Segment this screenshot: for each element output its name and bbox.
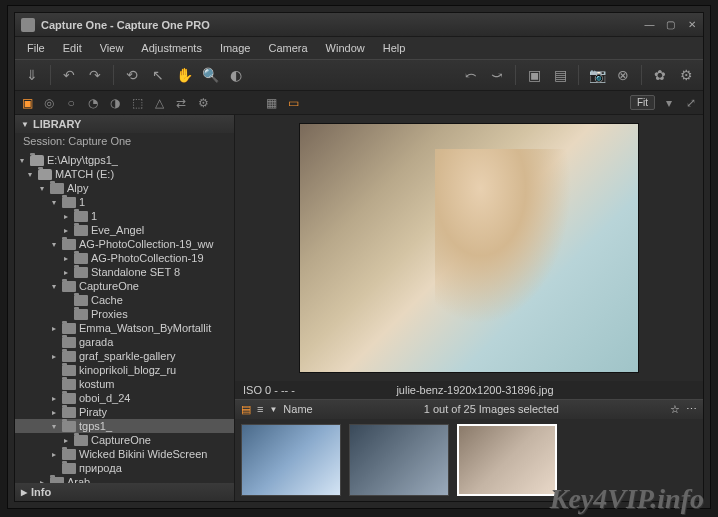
variant-icon[interactable]: ▤ bbox=[549, 64, 571, 86]
tree-node[interactable]: ▸graf_sparkle-gallery bbox=[15, 349, 234, 363]
rotate-ccw-icon[interactable]: ⤺ bbox=[460, 64, 482, 86]
menubar: File Edit View Adjustments Image Camera … bbox=[15, 37, 703, 59]
gear-icon[interactable]: ⚙ bbox=[675, 64, 697, 86]
filename-readout: julie-benz-1920x1200-31896.jpg bbox=[315, 384, 635, 396]
view-grid-icon[interactable]: ▦ bbox=[263, 95, 279, 111]
chevron-down-icon[interactable]: ▾ bbox=[661, 95, 677, 111]
more-icon[interactable]: ⋯ bbox=[686, 403, 697, 416]
tree-node[interactable]: Cache bbox=[15, 293, 234, 307]
sort-arrow-icon[interactable]: ▼ bbox=[269, 405, 277, 414]
folder-tree[interactable]: ▾E:\Alpy\tgps1_▾MATCH (E:)▾Alpy▾1▸1▸Eve_… bbox=[15, 149, 234, 483]
tree-node[interactable]: ▾1 bbox=[15, 195, 234, 209]
thumbnail[interactable] bbox=[349, 424, 449, 496]
titlebar[interactable]: Capture One - Capture One PRO — ▢ ✕ bbox=[15, 13, 703, 37]
undo-icon[interactable]: ↶ bbox=[58, 64, 80, 86]
menu-camera[interactable]: Camera bbox=[260, 39, 315, 57]
main-toolbar: ⇓ ↶ ↷ ⟲ ↖ ✋ 🔍 ◐ ⤺ ⤻ ▣ ▤ 📷 ⊗ ✿ ⚙ bbox=[15, 59, 703, 91]
library-panel-header[interactable]: ▼ LIBRARY bbox=[15, 115, 234, 133]
tab-crop-icon[interactable]: ⬚ bbox=[129, 95, 145, 111]
tab-lens-icon[interactable]: ◑ bbox=[107, 95, 123, 111]
delete-icon[interactable]: ⊗ bbox=[612, 64, 634, 86]
selection-status: 1 out of 25 Images selected bbox=[319, 403, 664, 415]
preview-image bbox=[299, 123, 639, 373]
tree-node[interactable]: ▸Piraty bbox=[15, 405, 234, 419]
thumbnail[interactable] bbox=[241, 424, 341, 496]
main-panel: ISO 0 - -- - julie-benz-1920x1200-31896.… bbox=[235, 115, 703, 501]
expand-icon[interactable]: ⤢ bbox=[683, 95, 699, 111]
process-icon[interactable]: ▣ bbox=[523, 64, 545, 86]
thumbnail-selected[interactable] bbox=[457, 424, 557, 496]
menu-adjustments[interactable]: Adjustments bbox=[133, 39, 210, 57]
tree-node[interactable]: ▸1 bbox=[15, 209, 234, 223]
menu-view[interactable]: View bbox=[92, 39, 132, 57]
tab-capture-icon[interactable]: ◎ bbox=[41, 95, 57, 111]
tab-adjust-icon[interactable]: ⇄ bbox=[173, 95, 189, 111]
tree-node[interactable]: ▾MATCH (E:) bbox=[15, 167, 234, 181]
sidebar: ▼ LIBRARY Session: Capture One ▾E:\Alpy\… bbox=[15, 115, 235, 501]
sort-label[interactable]: Name bbox=[283, 403, 312, 415]
iso-readout: ISO 0 - -- - bbox=[243, 384, 295, 396]
info-title: Info bbox=[31, 486, 51, 498]
filter-icon[interactable]: ▤ bbox=[241, 403, 251, 416]
info-panel-header[interactable]: ▶ Info bbox=[15, 483, 234, 501]
tree-node[interactable]: ▸Emma_Watson_ByMortallit bbox=[15, 321, 234, 335]
pan-icon[interactable]: ✋ bbox=[173, 64, 195, 86]
tool-tabs: ▣ ◎ ○ ◔ ◑ ⬚ △ ⇄ ⚙ ▦ ▭ Fit ▾ ⤢ bbox=[15, 91, 703, 115]
tree-node[interactable]: ▸Eve_Angel bbox=[15, 223, 234, 237]
app-window: Capture One - Capture One PRO — ▢ ✕ File… bbox=[14, 12, 704, 502]
tree-node[interactable]: Proxies bbox=[15, 307, 234, 321]
tab-output-icon[interactable]: ⚙ bbox=[195, 95, 211, 111]
fit-button[interactable]: Fit bbox=[630, 95, 655, 110]
menu-window[interactable]: Window bbox=[318, 39, 373, 57]
list-icon[interactable]: ≡ bbox=[257, 403, 263, 415]
tree-node[interactable]: ▸Arab bbox=[15, 475, 234, 483]
tree-node[interactable]: ▾Alpy bbox=[15, 181, 234, 195]
tree-node[interactable]: ▾CaptureOne bbox=[15, 279, 234, 293]
browser-header: ▤ ≡ ▼ Name 1 out of 25 Images selected ☆… bbox=[235, 399, 703, 419]
tree-node[interactable]: kinoprikoli_blogz_ru bbox=[15, 363, 234, 377]
view-single-icon[interactable]: ▭ bbox=[285, 95, 301, 111]
maximize-button[interactable]: ▢ bbox=[665, 19, 676, 30]
tree-node[interactable]: ▸AG-PhotoCollection-19 bbox=[15, 251, 234, 265]
settings-icon[interactable]: ✿ bbox=[649, 64, 671, 86]
watermark: Key4VIP.info bbox=[550, 483, 704, 515]
tree-node[interactable]: природа bbox=[15, 461, 234, 475]
rotate-cw-icon[interactable]: ⤻ bbox=[486, 64, 508, 86]
image-info-bar: ISO 0 - -- - julie-benz-1920x1200-31896.… bbox=[235, 381, 703, 399]
menu-image[interactable]: Image bbox=[212, 39, 259, 57]
tab-details-icon[interactable]: △ bbox=[151, 95, 167, 111]
tree-root[interactable]: ▾E:\Alpy\tgps1_ bbox=[15, 153, 234, 167]
reset-icon[interactable]: ⟲ bbox=[121, 64, 143, 86]
picker-icon[interactable]: ◐ bbox=[225, 64, 247, 86]
tree-node[interactable]: ▸Standalone SET 8 bbox=[15, 265, 234, 279]
menu-edit[interactable]: Edit bbox=[55, 39, 90, 57]
library-title: LIBRARY bbox=[33, 118, 81, 130]
tab-exposure-icon[interactable]: ◔ bbox=[85, 95, 101, 111]
tab-color-icon[interactable]: ○ bbox=[63, 95, 79, 111]
tree-node[interactable]: ▾AG-PhotoCollection-19_ww bbox=[15, 237, 234, 251]
tree-node[interactable]: ▸Wicked Bikini WideScreen bbox=[15, 447, 234, 461]
capture-icon[interactable]: 📷 bbox=[586, 64, 608, 86]
main-body: ▼ LIBRARY Session: Capture One ▾E:\Alpy\… bbox=[15, 115, 703, 501]
menu-file[interactable]: File bbox=[19, 39, 53, 57]
import-icon[interactable]: ⇓ bbox=[21, 64, 43, 86]
zoom-icon[interactable]: 🔍 bbox=[199, 64, 221, 86]
window-title: Capture One - Capture One PRO bbox=[41, 19, 644, 31]
cursor-icon[interactable]: ↖ bbox=[147, 64, 169, 86]
star-icon[interactable]: ☆ bbox=[670, 403, 680, 416]
redo-icon[interactable]: ↷ bbox=[84, 64, 106, 86]
app-icon bbox=[21, 18, 35, 32]
tree-node[interactable]: ▸CaptureOne bbox=[15, 433, 234, 447]
tree-node[interactable]: ▾tgps1_ bbox=[15, 419, 234, 433]
window-controls: — ▢ ✕ bbox=[644, 19, 697, 30]
tab-library-icon[interactable]: ▣ bbox=[19, 95, 35, 111]
tree-node[interactable]: ▸oboi_d_24 bbox=[15, 391, 234, 405]
close-button[interactable]: ✕ bbox=[686, 19, 697, 30]
menu-help[interactable]: Help bbox=[375, 39, 414, 57]
expand-arrow-icon: ▶ bbox=[21, 488, 27, 497]
minimize-button[interactable]: — bbox=[644, 19, 655, 30]
session-label: Session: Capture One bbox=[15, 133, 234, 149]
tree-node[interactable]: kostum bbox=[15, 377, 234, 391]
image-viewer[interactable] bbox=[235, 115, 703, 381]
tree-node[interactable]: garada bbox=[15, 335, 234, 349]
